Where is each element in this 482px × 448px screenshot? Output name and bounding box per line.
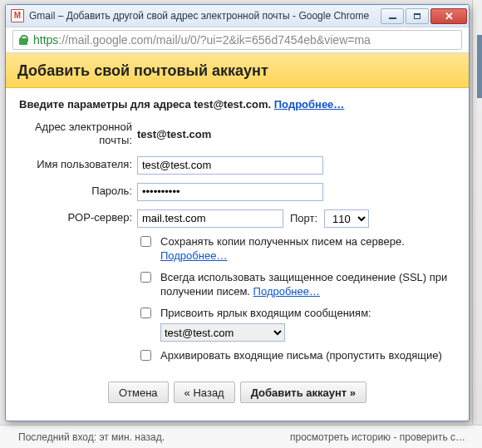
back-button[interactable]: « Назад: [174, 382, 235, 403]
window-title: Gmail – Добавить другой свой адрес элект…: [29, 10, 381, 22]
background-fragment: [477, 35, 482, 98]
archive-checkbox[interactable]: [140, 350, 151, 361]
titlebar: Gmail – Добавить другой свой адрес элект…: [6, 5, 469, 27]
options-group: Сохранять копии полученных писем на серв…: [137, 234, 454, 364]
address-bar: https://mail.google.com/mail/u/0/?ui=2&i…: [6, 27, 469, 53]
intro-prefix: Введите параметры для адреса: [19, 98, 194, 111]
email-value: test@test.com: [137, 128, 454, 140]
cancel-button[interactable]: Отмена: [108, 382, 169, 403]
password-input[interactable]: [137, 183, 323, 201]
bg-status-left: Последний вход: эт мин. назад.: [18, 431, 290, 443]
maximize-button[interactable]: [406, 8, 429, 24]
ssl-option[interactable]: Всегда использовать защищенное соединени…: [137, 270, 454, 299]
ssl-text-2: получении писем.: [160, 285, 250, 298]
settings-form: Адрес электронной почты: test@test.com И…: [6, 119, 469, 363]
username-input[interactable]: [137, 156, 323, 175]
page-title: Добавить свой почтовый аккаунт: [17, 62, 268, 79]
intro-suffix: .: [268, 98, 274, 111]
url-field[interactable]: https://mail.google.com/mail/u/0/?ui=2&i…: [12, 30, 462, 50]
window-controls: ✕: [381, 8, 467, 24]
ssl-text-1: Всегда использовать защищенное соединени…: [160, 270, 447, 285]
archive-text: Архивировать входящие письма (пропустить…: [160, 348, 442, 363]
gmail-icon: [11, 9, 24, 22]
minimize-button[interactable]: [381, 8, 404, 24]
intro-line: Введите параметры для адреса test@test.c…: [6, 88, 469, 119]
port-select[interactable]: 110: [324, 209, 369, 228]
page-title-bar: Добавить свой почтовый аккаунт: [6, 53, 469, 88]
ssl-more-link[interactable]: Подробнее…: [253, 285, 320, 298]
button-row: Отмена « Назад Добавить аккаунт »: [6, 382, 469, 403]
archive-option[interactable]: Архивировать входящие письма (пропустить…: [137, 348, 454, 363]
url-scheme: https: [33, 33, 58, 47]
email-label: Адрес электронной почты:: [6, 121, 132, 148]
url-host: ://mail.google.com: [58, 33, 153, 47]
keep-copy-more-link[interactable]: Подробнее…: [160, 249, 227, 262]
lock-icon: [18, 34, 28, 46]
ssl-checkbox[interactable]: [140, 272, 151, 283]
url-path: /mail/u/0/?ui=2&ik=656d7454eb&view=ma: [153, 33, 371, 47]
username-label: Имя пользователя:: [6, 158, 132, 171]
chrome-popup-window: Gmail – Добавить другой свой адрес элект…: [5, 4, 470, 421]
close-button[interactable]: ✕: [430, 8, 467, 24]
intro-more-link[interactable]: Подробнее…: [274, 98, 345, 111]
label-text: Присвоить ярлык входящим сообщениям:: [160, 307, 371, 319]
background-status-bar: Последний вход: эт мин. назад. просмотре…: [0, 425, 482, 448]
content: Введите параметры для адреса test@test.c…: [6, 88, 469, 411]
intro-email: test@test.com: [194, 98, 268, 111]
label-option[interactable]: Присвоить ярлык входящим сообщениям: tes…: [137, 306, 454, 342]
label-select[interactable]: test@test.com: [160, 323, 285, 342]
add-account-button[interactable]: Добавить аккаунт »: [240, 382, 366, 403]
pop-server-input[interactable]: [137, 209, 283, 228]
port-label: Порт:: [290, 212, 317, 224]
label-checkbox[interactable]: [140, 308, 151, 318]
keep-copy-option[interactable]: Сохранять копии полученных писем на серв…: [137, 234, 454, 263]
pop-label: POP-сервер:: [6, 211, 132, 224]
password-label: Пароль:: [6, 185, 132, 198]
keep-copy-checkbox[interactable]: [140, 236, 151, 247]
keep-copy-text: Сохранять копии полученных писем на серв…: [160, 235, 405, 248]
bg-status-right: просмотреть историю - проверить с…: [290, 431, 482, 443]
